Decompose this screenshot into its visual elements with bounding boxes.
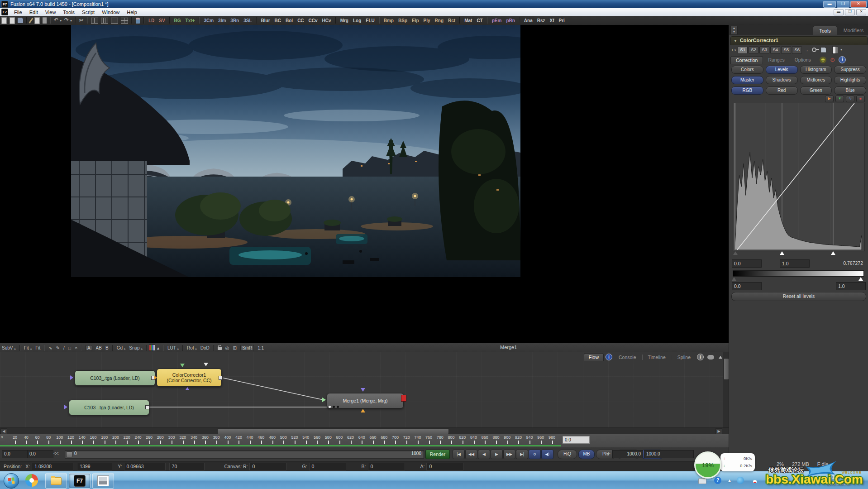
- range-start-field2[interactable]: 0.0: [27, 450, 53, 458]
- merge-top-input-icon[interactable]: [361, 388, 365, 392]
- correction-button-histogram[interactable]: Histogram: [800, 66, 832, 74]
- settings-slot-s5[interactable]: S5: [781, 46, 791, 54]
- child-close-button[interactable]: ✕: [856, 9, 866, 15]
- console-info-icon[interactable]: i: [606, 354, 612, 360]
- tool-prn[interactable]: pRn: [504, 18, 517, 23]
- tool-3rn[interactable]: 3Rn: [228, 18, 241, 23]
- subtab-options[interactable]: Options: [790, 56, 816, 64]
- expand-anim-icon[interactable]: ▼: [835, 96, 844, 102]
- status-info-icon[interactable]: i: [697, 354, 704, 360]
- range-end-field[interactable]: 1000.0: [612, 450, 643, 458]
- network-gauge[interactable]: 19%: [694, 451, 721, 479]
- gamma-marker[interactable]: [780, 251, 784, 255]
- merge-dot-white[interactable]: [329, 406, 331, 408]
- messenger-tray-icon[interactable]: [737, 477, 744, 484]
- photo-viewer-task-button[interactable]: [92, 473, 114, 489]
- mode-mb-button[interactable]: MB: [578, 450, 595, 459]
- settings-slot-s2[interactable]: S2: [749, 46, 758, 54]
- correction-button-blue[interactable]: Blue: [834, 86, 866, 95]
- tool-hcv[interactable]: HCv: [320, 18, 334, 23]
- out-low-marker[interactable]: [732, 277, 736, 281]
- settings-slot-s4[interactable]: S4: [770, 46, 780, 54]
- roi-dropdown[interactable]: RoI ▴: [187, 345, 197, 350]
- one-to-one-button[interactable]: 1:1: [258, 345, 264, 350]
- tool-blur[interactable]: Blur: [259, 18, 272, 23]
- tray-expand-icon[interactable]: ▲: [726, 477, 733, 484]
- correction-button-master[interactable]: Master: [731, 76, 763, 84]
- spline-tool-icon[interactable]: ∿: [48, 345, 52, 350]
- tool-bg[interactable]: BG: [172, 18, 183, 23]
- new-comp-icon[interactable]: [1, 17, 7, 24]
- loader1-input-arrow[interactable]: [70, 375, 73, 380]
- jump-left-label[interactable]: <<: [53, 451, 59, 456]
- tool-rng[interactable]: Rng: [433, 18, 446, 23]
- render-button[interactable]: Render: [425, 450, 450, 459]
- menu-window[interactable]: Window: [98, 9, 123, 15]
- rect-tool-icon[interactable]: □: [68, 345, 71, 350]
- levels-histogram[interactable]: [733, 103, 865, 251]
- flow-editor[interactable]: FlowiConsoleTimelineSplinei C103_.tga (L…: [0, 352, 729, 427]
- radioactive-icon[interactable]: ☢: [820, 57, 826, 63]
- merge-output-port[interactable]: [401, 395, 406, 402]
- close-button[interactable]: ✕: [850, 1, 867, 8]
- keyboard-tray-icon[interactable]: [698, 478, 706, 484]
- loader2-input-arrow[interactable]: [64, 405, 67, 409]
- gamma-field[interactable]: 1.0: [780, 259, 810, 268]
- spline-anim-icon[interactable]: ∿: [846, 96, 854, 102]
- flow-node-colorcorrector1[interactable]: ColorCorrector1(Color Corrector, CC): [157, 369, 222, 387]
- menu-script[interactable]: Script: [78, 9, 98, 15]
- cc-output-port[interactable]: [219, 376, 223, 380]
- global-end-field[interactable]: 1000.0: [644, 450, 694, 458]
- low-marker[interactable]: [733, 251, 738, 255]
- tool-mat[interactable]: Mat: [462, 18, 474, 23]
- settings-slot-s3[interactable]: S3: [759, 46, 769, 54]
- layout-single-view-icon[interactable]: [111, 18, 118, 24]
- playback-range-slider[interactable]: 0 1000: [65, 450, 424, 459]
- correction-button-highlights[interactable]: Highlights: [834, 76, 866, 84]
- cc-aux-input-icon[interactable]: [204, 363, 208, 366]
- subtab-ranges[interactable]: Ranges: [763, 56, 789, 64]
- high-out-field[interactable]: 1.0: [836, 282, 866, 290]
- undo-icon[interactable]: ↶ ▾: [54, 16, 62, 25]
- dod-button[interactable]: DoD: [200, 345, 210, 350]
- correction-button-rgb[interactable]: RGB: [731, 86, 763, 95]
- menu-file[interactable]: File: [10, 9, 26, 15]
- tool-mrg[interactable]: Mrg: [338, 18, 351, 23]
- subtab-correction[interactable]: Correction: [730, 56, 763, 64]
- tool-ct[interactable]: CT: [474, 18, 485, 23]
- flow-vertical-scrollbar[interactable]: [723, 352, 729, 427]
- timeline-ruler[interactable]: 0 20406080100120140160180200220240260280…: [0, 434, 729, 448]
- layout-three-views-icon[interactable]: [101, 18, 108, 24]
- flow-horizontal-scrollbar[interactable]: ◀ ▶: [0, 427, 729, 434]
- merge-bottom-icon[interactable]: [361, 409, 365, 412]
- low-in-field[interactable]: 0.0: [732, 259, 762, 268]
- save-icon[interactable]: [18, 18, 23, 23]
- tool-pri[interactable]: Pri: [557, 18, 567, 23]
- keyframe-key-icon[interactable]: [812, 48, 816, 52]
- composition-icon[interactable]: F7: [1, 9, 8, 15]
- view-ab-button[interactable]: AB: [96, 345, 102, 350]
- play-forward-button[interactable]: ▶: [491, 450, 503, 459]
- merge-foreground-input-icon[interactable]: [322, 398, 326, 402]
- menu-view[interactable]: View: [42, 9, 60, 15]
- mode-hiq-button[interactable]: HiQ: [558, 450, 577, 459]
- child-minimize-button[interactable]: ▬: [834, 9, 844, 15]
- lut-dropdown[interactable]: LUT ▴: [167, 345, 179, 350]
- menu-tools[interactable]: Tools: [59, 9, 78, 15]
- save-settings-icon[interactable]: [821, 48, 826, 53]
- merge-dot-black1[interactable]: [333, 406, 335, 408]
- tool-bol[interactable]: Bol: [283, 18, 295, 23]
- stop-anim-icon[interactable]: ■: [856, 96, 865, 102]
- bspline-tool-icon[interactable]: ✎: [56, 345, 60, 350]
- merge-dot-black2[interactable]: [337, 406, 339, 408]
- pin-icon[interactable]: ↦: [732, 47, 736, 53]
- flow-node-loader2[interactable]: C103_.tga (Loader, LD): [69, 400, 149, 415]
- tool-ld[interactable]: LD: [146, 18, 157, 23]
- flow-tab-flow[interactable]: Flow: [584, 353, 604, 361]
- last-frame-button[interactable]: ▶|: [516, 450, 528, 459]
- layout-two-views-icon[interactable]: [91, 18, 98, 24]
- child-restore-button[interactable]: ❐: [845, 9, 855, 15]
- redo-icon[interactable]: ↷ ▾: [64, 16, 72, 25]
- flow-node-loader1[interactable]: C103_.tga (Loader, LD): [75, 370, 155, 386]
- slider-handle[interactable]: [66, 451, 72, 457]
